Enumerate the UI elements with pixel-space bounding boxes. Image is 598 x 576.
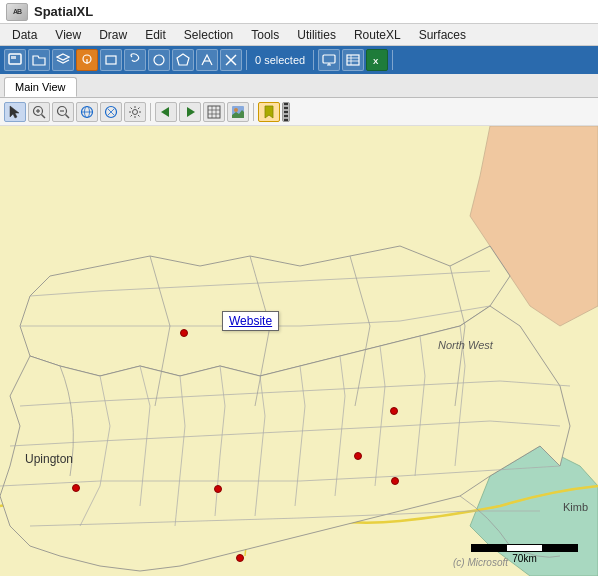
map-toolbar <box>0 98 598 126</box>
mt-globe-btn[interactable] <box>76 102 98 122</box>
menu-edit[interactable]: Edit <box>137 26 174 44</box>
mt-gear-btn[interactable] <box>124 102 146 122</box>
tab-bar: Main View <box>0 74 598 98</box>
svg-rect-1 <box>11 56 16 59</box>
mt-arrow-btn[interactable] <box>4 102 26 122</box>
menu-selection[interactable]: Selection <box>176 26 241 44</box>
svg-marker-24 <box>161 107 169 117</box>
tb-rect-btn[interactable] <box>100 49 122 71</box>
mt-basemap-btn[interactable] <box>227 102 249 122</box>
mt-grid-btn[interactable] <box>203 102 225 122</box>
menu-bar: Data View Draw Edit Selection Tools Util… <box>0 24 598 46</box>
tb-circle-btn[interactable] <box>148 49 170 71</box>
mt-zoomin-btn[interactable] <box>28 102 50 122</box>
map-dot-2 <box>354 452 362 460</box>
svg-rect-9 <box>347 55 359 65</box>
svg-point-4 <box>154 55 164 65</box>
svg-line-13 <box>42 114 46 118</box>
svg-point-32 <box>234 108 238 112</box>
menu-data[interactable]: Data <box>4 26 45 44</box>
map-dot-1 <box>180 329 188 337</box>
mt-bookmark-btn[interactable] <box>258 102 280 122</box>
scale-bar-inner <box>471 544 578 552</box>
scale-seg-1 <box>472 545 507 551</box>
menu-tools[interactable]: Tools <box>243 26 287 44</box>
mt-globe2-btn[interactable] <box>100 102 122 122</box>
map-dot-6 <box>390 407 398 415</box>
map-dot-3 <box>391 477 399 485</box>
tb-monitor-btn[interactable] <box>318 49 340 71</box>
svg-point-23 <box>133 109 138 114</box>
toolbar-separator-3 <box>392 50 393 70</box>
app-logo: AB <box>6 3 28 21</box>
svg-marker-5 <box>177 54 189 65</box>
svg-rect-3 <box>106 56 116 64</box>
mt-zoomout-btn[interactable] <box>52 102 74 122</box>
map-tooltip[interactable]: Website <box>222 311 279 331</box>
scale-label: 70km <box>512 553 536 564</box>
main-toolbar: 0 selected X <box>0 46 598 74</box>
app-title: SpatialXL <box>34 4 93 19</box>
tb-select-btn[interactable] <box>4 49 26 71</box>
tb-table-btn[interactable] <box>342 49 364 71</box>
svg-text:X: X <box>373 57 379 66</box>
menu-surfaces[interactable]: Surfaces <box>411 26 474 44</box>
svg-marker-25 <box>187 107 195 117</box>
map-toolbar-sep-1 <box>150 103 151 121</box>
svg-line-17 <box>66 114 70 118</box>
map-dot-7 <box>236 554 244 562</box>
tb-desel-btn[interactable] <box>220 49 242 71</box>
mt-forward-btn[interactable] <box>179 102 201 122</box>
toolbar-separator-2 <box>313 50 314 70</box>
selected-count-label: 0 selected <box>255 54 305 66</box>
tb-lasso-btn[interactable] <box>124 49 146 71</box>
tb-poly-btn[interactable] <box>172 49 194 71</box>
scale-bar: 70km <box>471 544 578 564</box>
mt-ruler-btn[interactable] <box>282 102 290 122</box>
menu-view[interactable]: View <box>47 26 89 44</box>
scale-seg-2 <box>507 545 542 551</box>
svg-rect-26 <box>208 106 220 118</box>
tb-layers-btn[interactable] <box>52 49 74 71</box>
tb-route-btn[interactable] <box>196 49 218 71</box>
tab-main-view[interactable]: Main View <box>4 77 77 97</box>
tb-excel-btn[interactable]: X <box>366 49 388 71</box>
menu-draw[interactable]: Draw <box>91 26 135 44</box>
menu-utilities[interactable]: Utilities <box>289 26 344 44</box>
mt-back-btn[interactable] <box>155 102 177 122</box>
map-toolbar-sep-2 <box>253 103 254 121</box>
map-dot-5 <box>72 484 80 492</box>
scale-seg-3 <box>542 545 577 551</box>
menu-routexl[interactable]: RouteXL <box>346 26 409 44</box>
svg-rect-8 <box>323 55 335 63</box>
map-area[interactable]: North West Upington Northern Cape Free S… <box>0 126 598 576</box>
tb-map-btn[interactable] <box>76 49 98 71</box>
map-svg <box>0 126 598 576</box>
toolbar-separator-1 <box>246 50 247 70</box>
tb-open-btn[interactable] <box>28 49 50 71</box>
title-bar: AB SpatialXL <box>0 0 598 24</box>
map-dot-4 <box>214 485 222 493</box>
